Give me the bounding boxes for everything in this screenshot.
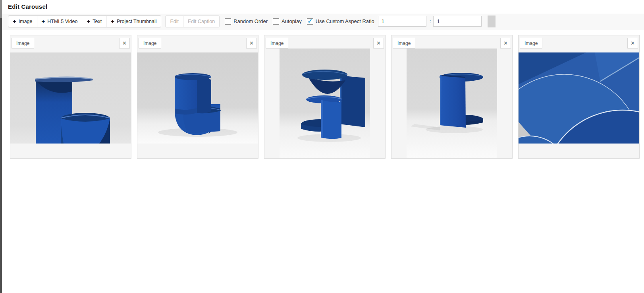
panel-title: Edit Carousel [8,3,47,10]
aspect-ratio-separator: : [430,18,431,24]
checkbox-label: Use Custom Aspect Ratio [316,18,374,24]
button-label: Project Thumbnail [117,19,157,24]
checkbox-box[interactable]: ✓ [307,18,313,25]
card-image [10,52,131,144]
carousel-card[interactable]: Image ✕ [391,35,513,159]
aspect-ratio-height-input[interactable] [433,16,482,27]
card-image [519,52,639,144]
left-edge-strip [0,0,2,293]
card-type-tab[interactable]: Image [12,38,34,49]
checkbox-box[interactable]: ✓ [273,18,279,25]
aspect-ratio-width-input[interactable] [378,16,426,27]
add-project-thumbnail-button[interactable]: + Project Thumbnail [106,16,161,27]
add-image-button[interactable]: + Image [8,16,37,27]
use-custom-aspect-ratio-checkbox[interactable]: ✓ Use Custom Aspect Ratio [307,18,374,25]
add-html5-video-button[interactable]: + HTML5 Video [37,16,83,27]
carousel-card[interactable]: Image ✕ [264,35,386,159]
random-order-checkbox[interactable]: ✓ Random Order [225,18,268,25]
check-icon: ✓ [307,18,312,24]
card-type-tab[interactable]: Image [139,38,161,49]
autoplay-checkbox[interactable]: ✓ Autoplay [273,18,302,25]
card-type-tab[interactable]: Image [393,38,415,49]
button-label: Text [93,19,102,24]
edit-carousel-panel: Edit Carousel + Image + HTML5 Video + Te… [0,0,644,293]
edit-caption-button[interactable]: Edit Caption [183,16,220,27]
carousel-card[interactable]: Image ✕ [518,35,640,159]
button-label: Edit [170,19,179,24]
plus-icon: + [42,18,45,24]
card-image [280,49,370,158]
plus-icon: + [87,18,90,24]
carousel-card[interactable]: Image ✕ [137,35,258,159]
carousel-card[interactable]: Image ✕ [10,35,131,159]
checkbox-label: Autoplay [282,18,302,24]
plus-icon: + [111,18,114,24]
button-label: Image [19,19,33,24]
toolbar-gray-button[interactable] [488,16,496,27]
carousel-items-row: Image ✕ [10,35,640,159]
card-close-button[interactable]: ✕ [246,38,257,49]
card-image [137,52,258,144]
checkbox-box[interactable]: ✓ [225,18,231,25]
plus-icon: + [13,18,16,24]
card-close-button[interactable]: ✕ [119,38,130,49]
button-label: HTML5 Video [47,19,77,24]
card-close-button[interactable]: ✕ [373,38,384,49]
add-text-button[interactable]: + Text [82,16,106,27]
edit-button[interactable]: Edit [165,16,183,27]
panel-titlebar: Edit Carousel [2,0,644,13]
add-button-group: + Image + HTML5 Video + Text + Project T… [8,16,161,27]
checkbox-label: Random Order [233,18,268,24]
edit-button-group: Edit Edit Caption [165,16,220,27]
card-type-tab[interactable]: Image [520,38,542,49]
toolbar: + Image + HTML5 Video + Text + Project T… [2,14,644,29]
card-close-button[interactable]: ✕ [500,38,511,49]
button-label: Edit Caption [188,19,215,24]
card-type-tab[interactable]: Image [266,38,288,49]
card-image [407,49,497,158]
card-close-button[interactable]: ✕ [627,38,638,49]
